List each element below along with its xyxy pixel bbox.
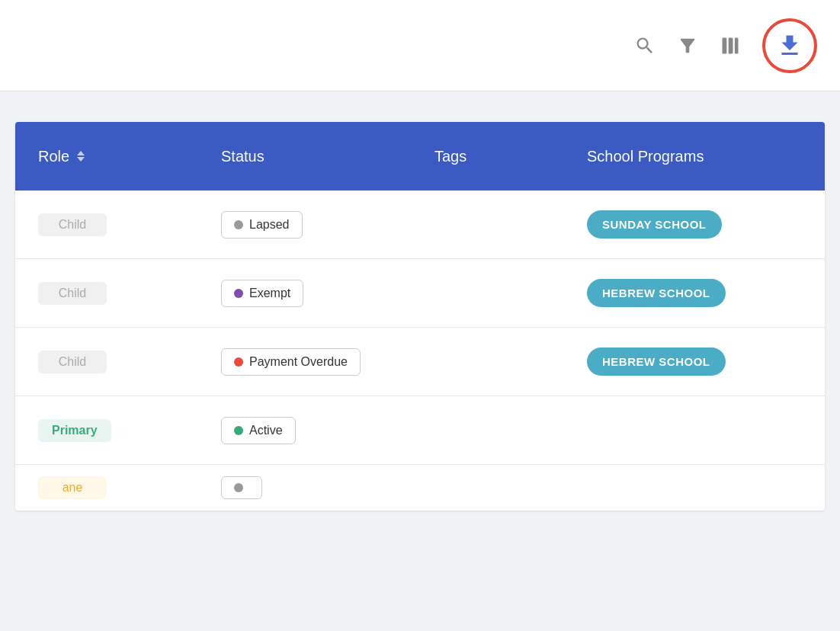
table-container: Role Status Tags School Programs Child L… bbox=[15, 122, 825, 511]
table-row: Child Payment Overdue HEBREW SCHOOL bbox=[15, 328, 825, 396]
role-cell-partial: ane bbox=[38, 476, 221, 499]
status-cell: Payment Overdue bbox=[221, 348, 434, 376]
program-cell: HEBREW SCHOOL bbox=[587, 348, 802, 376]
status-cell: Exempt bbox=[221, 280, 434, 307]
program-badge-sunday: SUNDAY SCHOOL bbox=[587, 210, 722, 239]
download-button[interactable] bbox=[762, 18, 817, 73]
role-cell: Child bbox=[38, 213, 221, 236]
role-badge-child: Child bbox=[38, 213, 107, 236]
status-text: Exempt bbox=[249, 287, 290, 300]
role-badge-child: Child bbox=[38, 351, 107, 373]
svg-rect-2 bbox=[735, 37, 739, 53]
sort-icon[interactable] bbox=[77, 151, 85, 162]
role-cell: Child bbox=[38, 282, 221, 305]
status-text: Lapsed bbox=[249, 218, 290, 232]
role-header-label: Role bbox=[38, 148, 69, 165]
table-header: Role Status Tags School Programs bbox=[15, 122, 825, 191]
col-programs-header: School Programs bbox=[587, 148, 802, 165]
content-spacer bbox=[0, 91, 840, 122]
status-badge-active: Active bbox=[221, 417, 296, 444]
status-badge-payment-overdue: Payment Overdue bbox=[221, 348, 361, 376]
program-cell: SUNDAY SCHOOL bbox=[587, 210, 802, 239]
status-dot-gray bbox=[234, 220, 243, 229]
status-text: Payment Overdue bbox=[249, 355, 348, 369]
col-tags-header: Tags bbox=[434, 148, 587, 165]
program-badge-hebrew: HEBREW SCHOOL bbox=[587, 279, 726, 307]
status-cell-partial bbox=[221, 476, 434, 499]
tags-header-label: Tags bbox=[434, 148, 466, 165]
role-cell: Primary bbox=[38, 419, 221, 442]
status-text: Active bbox=[249, 424, 283, 437]
table-row-partial: ane bbox=[15, 465, 825, 511]
status-dot-purple bbox=[234, 289, 243, 298]
status-cell: Active bbox=[221, 417, 434, 444]
status-dot-partial bbox=[234, 483, 243, 492]
filter-icon[interactable] bbox=[677, 35, 698, 56]
table-row: Child Lapsed SUNDAY SCHOOL bbox=[15, 191, 825, 259]
search-icon[interactable] bbox=[634, 35, 656, 56]
columns-icon[interactable] bbox=[720, 35, 741, 56]
col-role-header: Role bbox=[38, 148, 221, 165]
role-badge-primary: Primary bbox=[38, 419, 111, 442]
table-row: Child Exempt HEBREW SCHOOL bbox=[15, 259, 825, 328]
program-cell: HEBREW SCHOOL bbox=[587, 279, 802, 307]
program-badge-hebrew-2: HEBREW SCHOOL bbox=[587, 348, 726, 376]
status-badge-partial bbox=[221, 476, 262, 499]
programs-header-label: School Programs bbox=[587, 148, 704, 165]
table-row: Primary Active bbox=[15, 396, 825, 465]
col-status-header: Status bbox=[221, 148, 434, 165]
status-dot-red bbox=[234, 357, 243, 367]
status-header-label: Status bbox=[221, 148, 265, 165]
status-dot-green bbox=[234, 426, 243, 435]
status-cell: Lapsed bbox=[221, 211, 434, 239]
svg-rect-0 bbox=[723, 37, 727, 53]
status-badge-exempt: Exempt bbox=[221, 280, 303, 307]
toolbar bbox=[0, 0, 840, 91]
status-badge-lapsed: Lapsed bbox=[221, 211, 303, 239]
role-badge-child: Child bbox=[38, 282, 107, 305]
role-cell: Child bbox=[38, 351, 221, 373]
svg-rect-1 bbox=[729, 37, 733, 53]
role-badge-partial: ane bbox=[38, 476, 107, 499]
